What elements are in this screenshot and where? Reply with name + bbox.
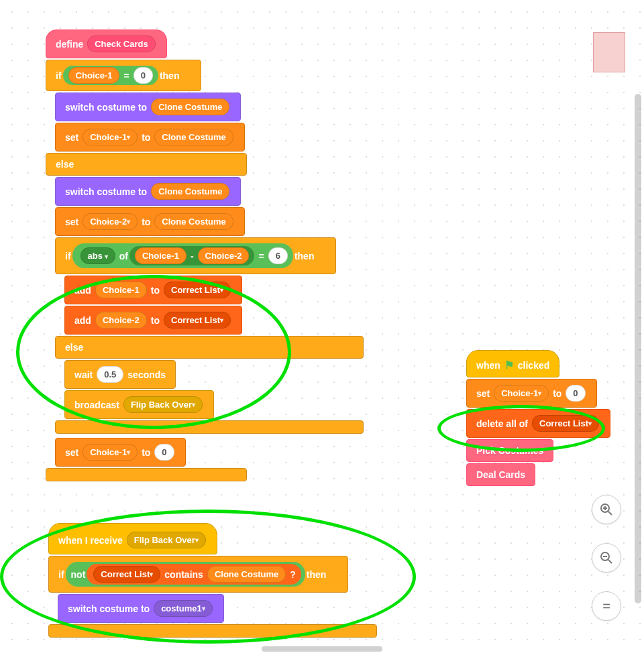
eq-label: = [123,70,129,81]
equals-icon: = [602,599,610,614]
set-label-3: set [65,447,78,458]
reporter-choice-1[interactable]: Choice-1 [68,67,120,84]
call-pick-costumes[interactable]: Pick Costumes [466,439,553,462]
to-label-6: to [553,388,561,399]
switch-label: switch costume to [65,102,147,113]
if1-end[interactable] [46,468,247,481]
list-correct-dd-4[interactable]: Correct List [532,415,599,432]
to-label-4: to [151,315,160,326]
set-label: set [65,132,78,143]
scripts-canvas[interactable]: define Check Cards if Choice-1 = 0 then … [0,0,644,653]
define-label: define [56,39,83,50]
when-receive-label: when I receive [58,535,123,546]
if-label-3: if [58,569,64,580]
broadcast-msg-dd[interactable]: Flip Back Over [123,396,203,413]
if-not-contains[interactable]: if not Correct List contains Clone Costu… [48,556,348,593]
define-hat[interactable]: define Check Cards [46,29,167,58]
if-choice1-eq-0[interactable]: if Choice-1 = 0 then [46,60,201,91]
contains-label: contains [164,569,203,580]
when-flag-hat[interactable]: when ⚑ clicked [466,350,559,377]
reporter-clone-costume-3[interactable]: Clone Costume [151,183,229,200]
of-label: of [119,251,128,261]
reporter-clone-costume[interactable]: Clone Costume [151,99,229,115]
reporter-choice1-c[interactable]: Choice-1 [95,282,147,298]
add-choice2-to-list[interactable]: add Choice-2 to Correct List [64,306,242,335]
stack-check-cards[interactable]: define Check Cards if Choice-1 = 0 then … [46,29,364,485]
broadcast-block[interactable]: broadcast Flip Back Over [64,390,214,419]
else-label-2: else [65,342,83,353]
var-choice2-dd[interactable]: Choice-2 [83,213,138,230]
to-label: to [142,132,150,143]
seconds-label: seconds [127,369,166,380]
list-correct-dd-2[interactable]: Correct List [164,312,231,329]
var-choice1-dd-2[interactable]: Choice-1 [83,444,138,461]
reporter-clone-costume-2[interactable]: Clone Costume [154,129,233,145]
reporter-choice2-c[interactable]: Choice-2 [95,312,147,329]
input-0-b[interactable]: 0 [154,444,174,461]
if3-end[interactable] [48,624,377,638]
wait-block[interactable]: wait 0.5 seconds [64,360,176,389]
var-choice1-dd-3[interactable]: Choice-1 [494,385,549,402]
when-label: when [476,360,500,371]
add-choice1-to-list[interactable]: add Choice-1 to Correct List [64,276,242,304]
stack-flag[interactable]: when ⚑ clicked set Choice-1 to 0 delete … [466,350,610,487]
svg-line-1 [608,512,612,515]
set-label-4: set [476,388,490,399]
reporter-choice1-b[interactable]: Choice-1 [135,247,186,264]
reporter-clone-costume-4[interactable]: Clone Costume [154,213,233,230]
set-choice2[interactable]: set Choice-2 to Clone Costume [55,207,245,236]
list-correct-dd-3[interactable]: Correct List [93,566,160,583]
call-deal-cards[interactable]: Deal Cards [466,463,535,486]
zoom-out-button[interactable] [592,543,621,573]
add-label-2: add [74,315,91,326]
receive-msg-dd[interactable]: Flip Back Over [127,532,206,548]
set-label-2: set [65,217,78,227]
define-proc-name: Check Cards [87,36,155,52]
switch-costume-3[interactable]: switch costume to costume1 [58,594,224,623]
costume1-dd[interactable]: costume1 [154,600,213,617]
zoom-reset-button[interactable]: = [592,591,621,621]
set-choice1-reset[interactable]: set Choice-1 to 0 [55,438,186,467]
op-abs-dd[interactable]: abs [80,247,115,264]
reporter-clone-costume-5[interactable]: Clone Costume [207,566,286,583]
then-label-3: then [307,569,327,580]
if-abs-eq-6[interactable]: if abs of Choice-1 - Choice-2 = 6 then [55,237,336,274]
set-choice1[interactable]: set Choice-1 to Clone Costume [55,123,245,152]
input-0-c[interactable]: 0 [566,385,585,402]
delete-all-list[interactable]: delete all of Correct List [466,409,610,438]
list-correct-dd[interactable]: Correct List [164,282,231,298]
set-choice1-flag[interactable]: set Choice-1 to 0 [466,379,597,408]
else-2[interactable]: else [55,336,364,359]
when-receive-hat[interactable]: when I receive Flip Back Over [48,523,217,554]
deal-cards-label: Deal Cards [476,469,525,480]
reporter-choice2-b[interactable]: Choice-2 [198,247,250,264]
zoom-in-button[interactable] [592,495,621,524]
input-0[interactable]: 0 [133,67,153,84]
stack-flip-back[interactable]: when I receive Flip Back Over if not Cor… [48,523,377,642]
to-label-3: to [151,285,160,296]
to-label-5: to [142,447,150,458]
q-label: ? [290,569,296,580]
vertical-scrollbar[interactable] [635,94,641,603]
minus-label: - [191,251,194,261]
clicked-label: clicked [518,360,549,371]
else-1[interactable]: else [46,153,247,176]
not-label: not [71,569,86,580]
if-label: if [56,70,62,81]
if2-end[interactable] [55,420,364,434]
switch-label-3: switch costume to [68,603,150,614]
sprite-thumbnail[interactable] [593,32,625,72]
else-label: else [56,159,74,170]
switch-costume-1[interactable]: switch costume to Clone Costume [55,93,241,121]
add-label: add [74,285,91,296]
zoom-in-icon [600,503,613,516]
green-flag-icon: ⚑ [504,359,514,371]
horizontal-scrollbar[interactable] [262,646,382,652]
input-wait-secs[interactable]: 0.5 [97,366,123,383]
switch-costume-2[interactable]: switch costume to Clone Costume [55,177,241,206]
zoom-out-icon [600,551,613,565]
wait-label: wait [74,369,93,380]
if-label-2: if [65,251,71,261]
input-6[interactable]: 6 [268,247,288,264]
var-choice1-dd[interactable]: Choice-1 [83,129,138,145]
